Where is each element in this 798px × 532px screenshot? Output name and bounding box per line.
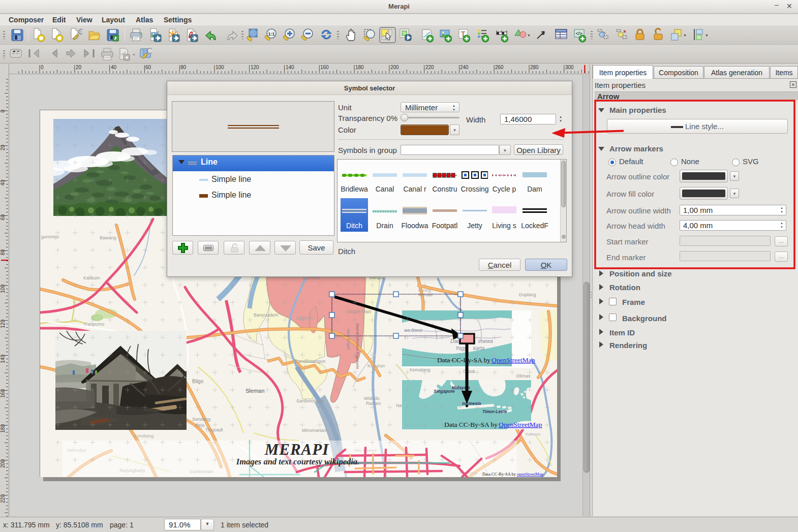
svg-text:200: 200 [390,65,399,70]
svg-text:0: 0 [0,110,6,113]
svg-text:Tlogoadi: Tlogoadi [205,427,223,432]
svg-text:Data CC-By-SA by: Data CC-By-SA by [437,356,490,364]
svg-text:100: 100 [0,285,6,293]
svg-text:Jawa Tengah: Jawa Tengah [346,329,350,350]
svg-text:imewa: imewa [478,338,493,344]
svg-text:300: 300 [565,65,574,70]
svg-text:Dlimas: Dlimas [516,373,531,379]
svg-text:160: 160 [320,65,329,70]
svg-text:20: 20 [76,65,82,70]
svg-text:Bawang: Bawang [100,235,116,240]
svg-text:Sendang: Sendang [192,417,210,422]
svg-text:Daerah Istimewa Yogyakarta: Daerah Istimewa Yogyakarta [355,324,359,369]
svg-text:100: 100 [216,65,224,70]
svg-text:160: 160 [0,389,6,398]
svg-text:Kepurun: Kepurun [367,363,385,368]
svg-text:Kemalang: Kemalang [410,367,431,372]
svg-text:Widodo: Widodo [364,396,380,401]
svg-text:140: 140 [286,65,294,70]
svg-text:180: 180 [0,424,6,433]
svg-text:Glagah Hajo: Glagah Hajo [346,309,371,314]
svg-text:Kembang: Kembang [134,433,154,439]
svg-text:Kalibum: Kalibum [83,275,100,280]
svg-text:Sardonoharjo: Sardonoharjo [296,398,324,403]
svg-text:Banyuadem: Banyuadem [254,312,278,318]
svg-text:OpenStreetMap: OpenStreetMap [492,356,535,364]
svg-text:20: 20 [0,145,6,151]
svg-text:Bligo: Bligo [192,379,204,384]
svg-text:openStreetMap: openStreetMap [517,472,543,477]
svg-text:60: 60 [145,65,151,70]
svg-text:Rartani: Rartani [366,401,381,406]
svg-text:ndonesia: ndonesia [462,401,481,406]
svg-text:Minomartani: Minomartani [302,428,327,433]
svg-text:OpenStreetMap: OpenStreetMap [499,421,542,428]
svg-text:Doplang: Doplang [519,292,536,297]
svg-text:0: 0 [41,65,44,70]
svg-text:200: 200 [0,459,6,468]
svg-text:240: 240 [460,65,469,70]
svg-text:280: 280 [530,65,539,70]
svg-text:120: 120 [251,65,259,70]
svg-text:80: 80 [180,65,187,70]
svg-text:120: 120 [0,320,6,328]
svg-text:Rejo: Rejo [195,423,205,428]
svg-text:Kalkeoo: Kalkeoo [526,432,540,436]
svg-text:Data CC-By-SA by: Data CC-By-SA by [444,421,498,428]
svg-text:Data CC-By-SA by: Data CC-By-SA by [482,472,516,477]
svg-text:60: 60 [0,214,6,221]
svg-text:karta: karta [473,346,485,351]
svg-text:Images and text courtesy wikip: Images and text courtesy wikipedia. [236,457,359,466]
svg-text:Sleman: Sleman [245,388,264,394]
svg-text:gunnrejo: gunnrejo [41,234,59,239]
svg-text:140: 140 [0,355,6,363]
svg-text:wa Barot: wa Barot [404,328,422,333]
svg-text:MERAPI: MERAPI [264,441,329,458]
svg-text:40: 40 [0,180,6,186]
svg-text:80: 80 [0,249,6,256]
svg-text:180: 180 [355,65,364,70]
svg-text:220: 220 [0,494,6,503]
svg-text:Candibinangun: Candibinangun [295,359,326,364]
svg-text:Gatak: Gatak [463,369,476,374]
svg-text:Koning: Koning [418,288,431,293]
svg-text:1:1: 1:1 [268,32,274,37]
svg-text:40: 40 [111,65,117,70]
svg-text:Kendal: Kendal [418,292,433,297]
svg-text:Paripurno: Paripurno [84,322,104,327]
svg-text:260: 260 [495,65,504,70]
svg-text:220: 220 [425,65,434,70]
